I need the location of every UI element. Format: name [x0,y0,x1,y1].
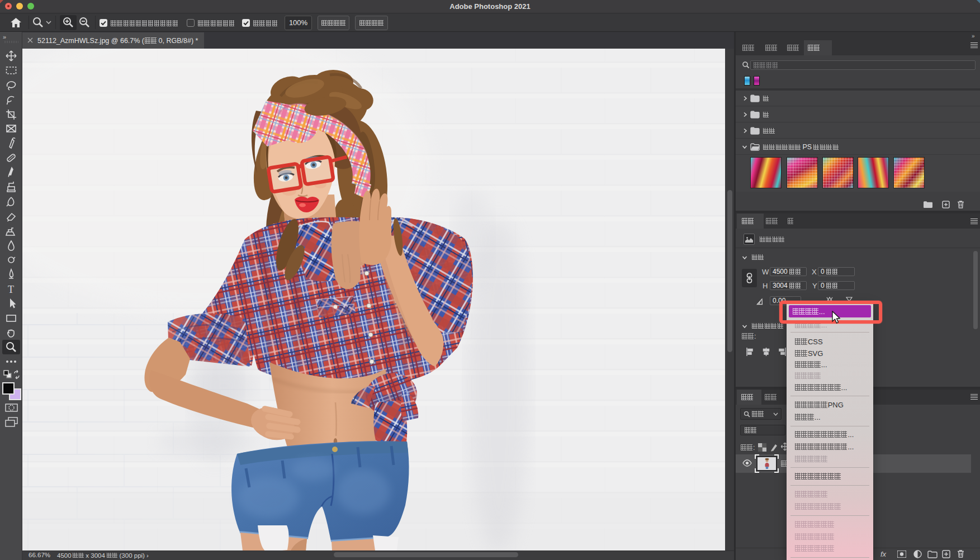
svg-text:T: T [8,284,14,295]
